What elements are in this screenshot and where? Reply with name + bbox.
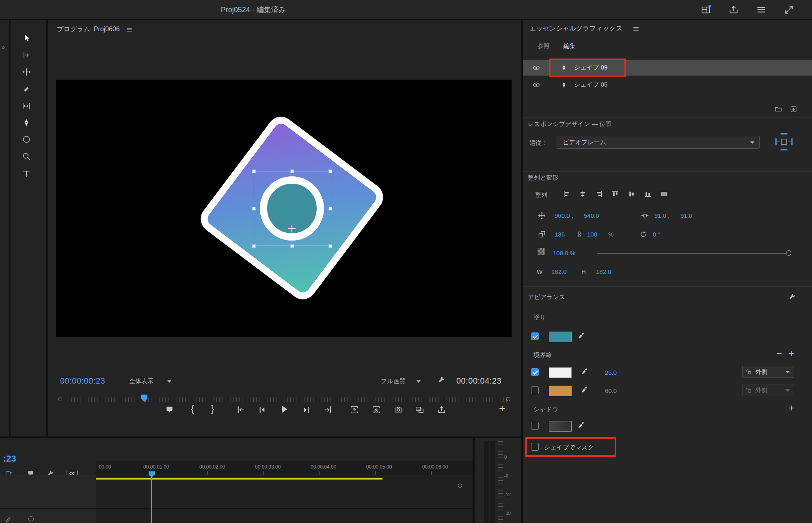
- edit-pencil-icon[interactable]: [4, 515, 12, 523]
- width-value[interactable]: 182.0: [551, 268, 567, 275]
- scrollbar-right-handle[interactable]: [506, 397, 510, 401]
- pen-tool-icon[interactable]: [21, 117, 32, 128]
- align-center-vertical-icon[interactable]: [626, 189, 637, 199]
- link-scale-icon[interactable]: [575, 229, 584, 239]
- track-select-tool-icon[interactable]: [21, 50, 32, 61]
- position-x-value[interactable]: 960.0 ,: [555, 212, 573, 219]
- slip-tool-icon[interactable]: [21, 100, 32, 112]
- scale-x-value[interactable]: 136: [555, 231, 565, 238]
- eyedropper-icon[interactable]: [577, 420, 586, 430]
- menu-icon[interactable]: [755, 4, 767, 16]
- anchor-x-value[interactable]: 91.0 ,: [654, 212, 670, 219]
- panel-menu-icon[interactable]: [125, 25, 133, 33]
- stroke1-type-select[interactable]: 外側: [742, 366, 794, 378]
- video-preview[interactable]: [56, 80, 512, 337]
- go-to-out-icon[interactable]: [322, 404, 333, 415]
- selection-handle[interactable]: [328, 207, 332, 211]
- stroke2-type-select[interactable]: 外側: [742, 384, 794, 396]
- mini-timeline-ruler[interactable]: [66, 397, 508, 402]
- selection-handle[interactable]: [290, 169, 294, 173]
- selection-handle[interactable]: [290, 244, 294, 248]
- tab-browse[interactable]: 参照: [538, 42, 550, 50]
- extract-icon[interactable]: [371, 404, 381, 415]
- current-timecode[interactable]: 00:00:00:23: [60, 376, 105, 386]
- mark-in-icon[interactable]: {: [187, 403, 198, 415]
- align-bottom-icon[interactable]: [642, 189, 653, 199]
- height-value[interactable]: 182.0: [596, 268, 611, 275]
- selection-handle[interactable]: [252, 244, 256, 248]
- export-icon[interactable]: [436, 404, 447, 415]
- go-to-in-icon[interactable]: [235, 404, 246, 415]
- stroke1-color-swatch[interactable]: [549, 367, 572, 378]
- track-area[interactable]: [96, 475, 473, 523]
- selection-handle[interactable]: [328, 169, 332, 173]
- opacity-slider-track[interactable]: [597, 253, 786, 254]
- rotation-icon[interactable]: [638, 229, 648, 239]
- new-layer-icon[interactable]: [789, 105, 798, 114]
- anchor-point-icon[interactable]: [640, 211, 650, 220]
- visibility-eye-icon[interactable]: [532, 80, 541, 89]
- ripple-edit-tool-icon[interactable]: [21, 66, 32, 78]
- add-stroke-icon[interactable]: +: [788, 348, 794, 359]
- step-back-icon[interactable]: [257, 404, 267, 415]
- lift-icon[interactable]: [349, 404, 359, 415]
- anchor-y-value[interactable]: 91.0: [680, 212, 692, 219]
- selection-handle[interactable]: [252, 207, 256, 211]
- distribute-horizontal-icon[interactable]: [659, 189, 669, 199]
- play-icon[interactable]: [279, 404, 290, 415]
- eyedropper-icon[interactable]: [580, 385, 590, 395]
- settings-wrench-icon[interactable]: [437, 375, 447, 385]
- fullscreen-icon[interactable]: [783, 4, 795, 16]
- playback-quality-select[interactable]: フル画質: [381, 378, 406, 385]
- record-circle-icon[interactable]: [28, 516, 34, 521]
- rotation-value[interactable]: 0 °: [653, 231, 661, 238]
- add-marker-icon[interactable]: [164, 404, 175, 415]
- stroke2-checkbox[interactable]: [531, 386, 539, 394]
- scale-y-value[interactable]: 100: [587, 231, 597, 238]
- selection-handle[interactable]: [328, 244, 332, 248]
- scrollbar-left-handle[interactable]: [58, 397, 62, 401]
- anchor-crosshair-icon[interactable]: [292, 225, 292, 232]
- mark-out-icon[interactable]: }: [207, 403, 218, 415]
- type-tool-icon[interactable]: [21, 168, 32, 179]
- opacity-icon[interactable]: [538, 248, 545, 255]
- opacity-slider-knob[interactable]: [786, 250, 791, 256]
- stroke2-width-value[interactable]: 60.0: [605, 387, 617, 394]
- add-shadow-icon[interactable]: +: [788, 402, 794, 414]
- fill-checkbox[interactable]: [531, 332, 539, 340]
- scale-icon[interactable]: [537, 229, 546, 239]
- track-header-area[interactable]: [0, 475, 96, 523]
- timeline-timecode[interactable]: :23: [3, 454, 16, 464]
- zoom-tool-icon[interactable]: [21, 151, 32, 162]
- panel-expand-icon[interactable]: »: [2, 44, 5, 50]
- comparison-view-icon[interactable]: [414, 404, 425, 415]
- responsive-pin-widget[interactable]: [771, 128, 797, 155]
- ellipse-tool-icon[interactable]: [21, 134, 32, 145]
- tab-edit[interactable]: 編集: [564, 42, 576, 50]
- align-top-icon[interactable]: [610, 189, 620, 199]
- workspace-icon[interactable]: [700, 4, 712, 16]
- timeline-playhead-line[interactable]: [151, 475, 152, 523]
- eyedropper-icon[interactable]: [577, 331, 586, 341]
- shadow-color-swatch[interactable]: [549, 421, 572, 432]
- panel-menu-icon[interactable]: [632, 24, 640, 33]
- export-frame-icon[interactable]: [393, 404, 404, 415]
- eyedropper-icon[interactable]: [580, 367, 590, 376]
- visibility-eye-icon[interactable]: [532, 63, 541, 72]
- stroke2-color-swatch[interactable]: [549, 386, 572, 396]
- selection-tool-icon[interactable]: [21, 33, 32, 44]
- appearance-wrench-icon[interactable]: [788, 292, 797, 302]
- layer-name[interactable]: シェイプ 05: [574, 81, 607, 89]
- stroke1-width-value[interactable]: 25.0: [605, 369, 617, 376]
- position-y-value[interactable]: 540.0: [584, 212, 599, 219]
- remove-stroke-icon[interactable]: −: [776, 348, 782, 359]
- opacity-value[interactable]: 100.0 %: [553, 250, 575, 256]
- scrollbar-handle[interactable]: [458, 484, 462, 488]
- work-area-bar[interactable]: [96, 478, 382, 480]
- selection-handle[interactable]: [252, 169, 256, 173]
- share-icon[interactable]: [728, 4, 740, 16]
- new-group-folder-icon[interactable]: [774, 105, 783, 114]
- step-forward-icon[interactable]: [301, 404, 311, 415]
- align-right-icon[interactable]: [594, 189, 604, 199]
- zoom-level-select[interactable]: 全体表示: [129, 378, 153, 385]
